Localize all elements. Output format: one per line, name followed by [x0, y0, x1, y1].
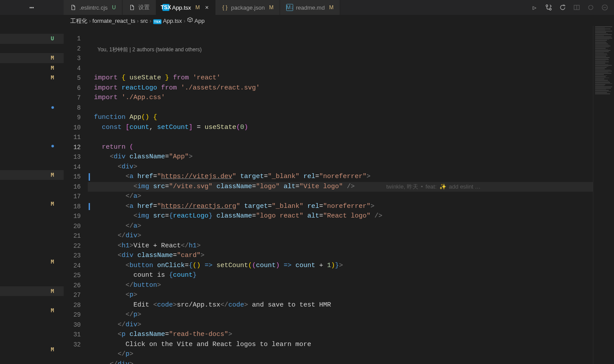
markdown-file-icon: M↓ [286, 4, 293, 11]
git-change-bar [89, 173, 90, 181]
vcs-gutter-mark [0, 180, 64, 189]
vcs-gutter-mark: M [0, 53, 64, 63]
tab-label: .eslintrc.cjs [79, 4, 108, 11]
vcs-gutter-mark [0, 316, 64, 325]
breadcrumb-segment[interactable]: src [140, 18, 148, 24]
svg-point-1 [549, 8, 551, 10]
code-line[interactable]: </div> [88, 360, 614, 364]
svg-point-4 [589, 5, 593, 10]
line-number: 20 [64, 221, 88, 232]
close-icon[interactable]: × [205, 4, 208, 11]
line-number: 22 [64, 241, 88, 251]
code-line[interactable]: <div className="card"> [88, 251, 614, 261]
editor-actions: ▷ [531, 4, 614, 11]
run-icon[interactable]: ▷ [531, 4, 539, 11]
code-line[interactable]: <div className="App"> [88, 152, 614, 162]
code-line[interactable]: <h1>Vite + React</h1> [88, 241, 614, 251]
line-number: 1 [64, 34, 88, 44]
code-line[interactable]: <button onClick={() => setCount((count) … [88, 261, 614, 271]
vcs-gutter-mark: M [0, 63, 64, 73]
split-editor-icon[interactable] [573, 4, 581, 11]
compare-changes-icon[interactable] [545, 4, 553, 11]
tab-App-tsx[interactable]: TSXApp.tsxM× [156, 0, 215, 15]
breadcrumb-file[interactable]: App.tsx [163, 18, 182, 24]
code-line[interactable] [88, 103, 614, 113]
code-line[interactable]: <p> [88, 290, 614, 300]
line-number: 8 [64, 103, 88, 113]
code-editor[interactable]: You, 1秒钟前 | 2 authors (twinkle and other… [88, 26, 614, 364]
tab--[interactable]: 设置 [122, 0, 156, 15]
code-line[interactable]: </a> [88, 192, 614, 202]
vcs-gutter-mark: M [0, 199, 64, 209]
code-line[interactable]: <a href="https://reactjs.org" target="_b… [88, 202, 614, 212]
breadcrumb-segment[interactable]: 工程化 [70, 18, 87, 24]
vcs-gutter-mark [0, 247, 64, 257]
vcs-gutter-mark: M [0, 257, 64, 267]
code-line[interactable]: <img src={reactLogo} className="logo rea… [88, 211, 614, 221]
vcs-gutter-mark [0, 335, 64, 345]
code-line[interactable]: import reactLogo from './assets/react.sv… [88, 83, 614, 93]
code-line[interactable]: function App() { [88, 113, 614, 123]
line-number: 23 [64, 251, 88, 261]
code-line[interactable]: <div> [88, 162, 614, 172]
tab-modified-badge: M [195, 4, 200, 11]
code-line[interactable]: </a> [88, 221, 614, 232]
code-line[interactable]: </p> [88, 310, 614, 320]
tab-label: 设置 [138, 4, 150, 11]
code-line[interactable]: </button> [88, 281, 614, 291]
code-line[interactable]: return ( [88, 143, 614, 153]
line-number: 12 [64, 143, 88, 153]
code-line[interactable] [88, 132, 614, 143]
code-line[interactable]: Click on the Vite and React logos to lea… [88, 340, 614, 350]
code-line[interactable]: </div> [88, 231, 614, 241]
vcs-gutter-mark: U [0, 34, 64, 44]
json-file-icon: { } [222, 4, 229, 11]
line-number: 2 [64, 44, 88, 54]
line-number: 4 [64, 64, 88, 74]
vcs-gutter-mark: M [0, 170, 64, 180]
tab-package-json[interactable]: { }package.jsonM [215, 0, 280, 15]
code-line[interactable]: import './App.css' [88, 93, 614, 103]
line-number: 18 [64, 202, 88, 212]
code-line[interactable]: Edit <code>src/App.tsx</code> and save t… [88, 300, 614, 310]
svg-point-0 [546, 5, 548, 7]
tab-overflow-button[interactable]: ⋯ [29, 3, 34, 12]
vcs-gutter-mark [0, 44, 64, 54]
code-line[interactable]: </div> [88, 320, 614, 330]
line-number: 27 [64, 290, 88, 300]
line-number: 11 [64, 132, 88, 143]
code-line[interactable]: <img src="/vite.svg" className="logo" al… [88, 182, 614, 192]
code-line[interactable]: <p className="read-the-docs"> [88, 330, 614, 340]
tab-modified-badge: M [329, 4, 334, 11]
vcs-gutter-mark [0, 121, 64, 131]
sparkles-icon: ✨ [439, 182, 446, 192]
git-change-bar [89, 203, 90, 211]
inline-git-blame[interactable]: twinkle, 昨天•feat:✨add eslint … [386, 182, 481, 192]
file-icon [129, 4, 136, 11]
code-line[interactable]: count is {count} [88, 271, 614, 281]
more-actions-icon[interactable] [601, 4, 609, 11]
breadcrumb-segment[interactable]: formate_react_ts [93, 18, 136, 24]
breadcrumb[interactable]: 工程化 › formate_react_ts › src › TSX App.t… [0, 15, 614, 26]
revert-icon[interactable] [559, 4, 567, 11]
vcs-gutter-mark [0, 112, 64, 121]
vcs-gutter-mark [0, 189, 64, 199]
tab-label: App.tsx [172, 4, 191, 11]
minimap[interactable] [593, 26, 614, 364]
line-number: 10 [64, 123, 88, 133]
vcs-gutter-mark [0, 238, 64, 247]
breadcrumb-symbol[interactable]: App [194, 18, 205, 24]
code-line[interactable]: const [count, setCount] = useState(0) [88, 123, 614, 133]
line-number: 17 [64, 192, 88, 202]
settings-icon[interactable] [587, 4, 595, 11]
tab--eslintrc-cjs[interactable]: .eslintrc.cjsU [64, 0, 122, 15]
code-line[interactable]: <a href="https://vitejs.dev" target="_bl… [88, 172, 614, 182]
tabs-bar: ⋯ .eslintrc.cjsU设置TSXApp.tsxM×{ }package… [0, 0, 614, 15]
line-number: 29 [64, 310, 88, 320]
tab-readme-md[interactable]: M↓readme.mdM [280, 0, 340, 15]
codelens-authors[interactable]: You, 1秒钟前 | 2 authors (twinkle and other… [88, 46, 614, 54]
vcs-gutter-mark [0, 209, 64, 219]
code-line[interactable]: </p> [88, 350, 614, 360]
vcs-gutter-mark: M [0, 345, 64, 355]
code-line[interactable]: import { useState } from 'react' [88, 73, 614, 83]
